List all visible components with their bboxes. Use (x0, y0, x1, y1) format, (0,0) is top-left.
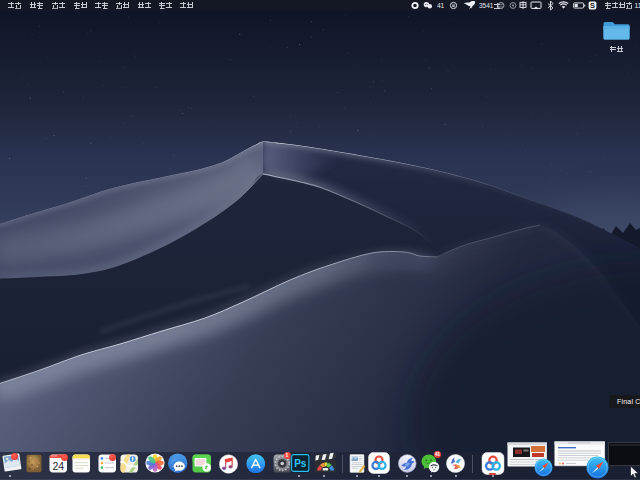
svg-text:Ps: Ps (294, 458, 307, 469)
svg-text:S: S (590, 1, 595, 10)
svg-text:24: 24 (52, 459, 64, 471)
